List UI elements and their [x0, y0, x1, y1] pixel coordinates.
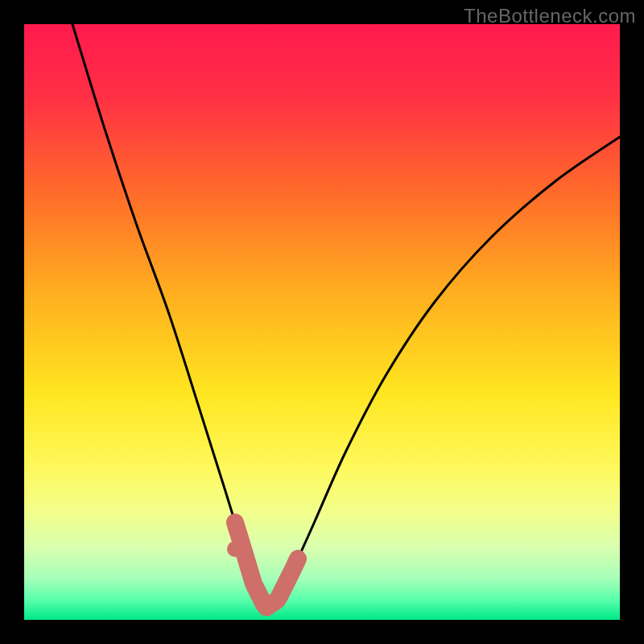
highlight-dot: [227, 541, 243, 557]
highlight-segment: [235, 522, 298, 607]
watermark-text: TheBottleneck.com: [464, 5, 636, 27]
bottleneck-curve: [72, 24, 620, 609]
curve-layer: [24, 24, 620, 620]
plot-frame: [24, 24, 620, 620]
